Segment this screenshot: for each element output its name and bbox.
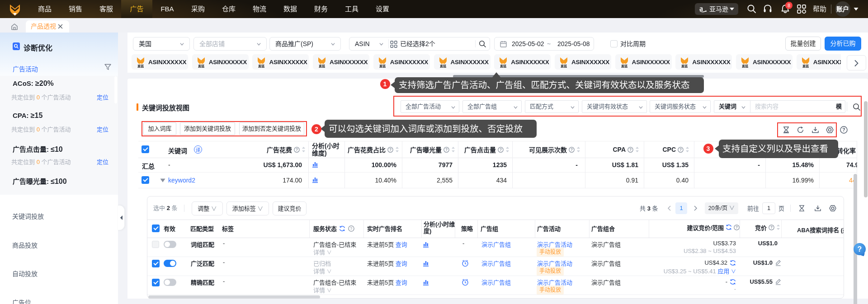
svg-text:?: ? — [389, 147, 392, 152]
svg-text:?: ? — [296, 147, 298, 152]
svg-text:真狐: 真狐 — [137, 64, 144, 68]
svg-text:真狐: 真狐 — [681, 64, 688, 68]
svg-text:真狐: 真狐 — [379, 64, 386, 68]
svg-text:真狐: 真狐 — [802, 64, 809, 68]
svg-text:?: ? — [445, 147, 448, 152]
svg-text:?: ? — [679, 147, 682, 152]
svg-text:真狐: 真狐 — [561, 64, 567, 68]
svg-text:真狐: 真狐 — [319, 64, 325, 68]
svg-text:真狐: 真狐 — [742, 64, 748, 68]
svg-text:?: ? — [770, 225, 773, 229]
svg-text:真狐: 真狐 — [258, 64, 264, 68]
svg-text:真狐: 真狐 — [621, 64, 627, 68]
svg-text:?: ? — [629, 147, 632, 152]
svg-text:?: ? — [842, 127, 845, 132]
svg-text:真狐: 真狐 — [440, 64, 446, 68]
svg-text:真狐: 真狐 — [500, 64, 506, 68]
svg-text:?: ? — [571, 147, 573, 152]
svg-text:真狐: 真狐 — [198, 64, 204, 68]
svg-text:?: ? — [500, 147, 502, 152]
svg-text:?: ? — [350, 226, 352, 231]
